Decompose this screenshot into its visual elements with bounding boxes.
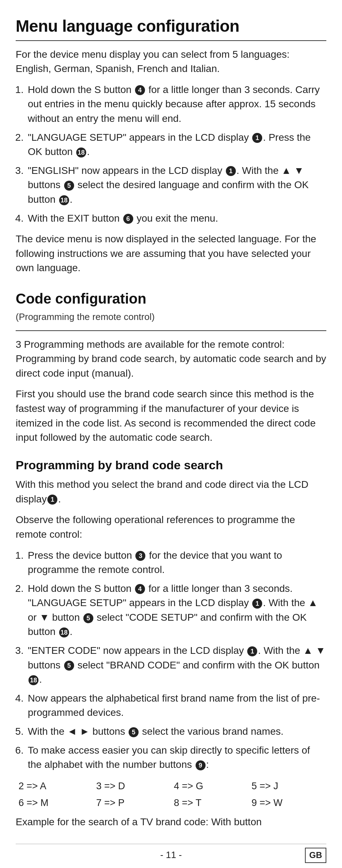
section2-detail: First you should use the brand code sear… [16, 387, 326, 445]
mapping-cell: 7 => P [93, 795, 171, 811]
circle-1c: 1 [47, 495, 57, 505]
circle-5c: 5 [64, 661, 74, 671]
section3-intro1: With this method you select the brand an… [16, 477, 326, 506]
list-item: To make access easier you can skip direc… [26, 743, 326, 772]
prog-steps-list: Press the device button 3 for the device… [26, 548, 326, 772]
section2-subtitle: (Programming the remote control) [16, 310, 326, 324]
circle-4b: 4 [135, 584, 145, 594]
list-item: "ENGLISH" now appears in the LCD display… [26, 164, 326, 207]
section2-intro: 3 Programming methods are available for … [16, 337, 326, 381]
circle-5b: 5 [83, 613, 93, 623]
section2-title: Code configuration [16, 288, 326, 309]
list-item: Hold down the S button 4 for a little lo… [26, 582, 326, 639]
prog-step2: Hold down the S button 4 for a little lo… [28, 583, 318, 637]
circle-4: 4 [135, 85, 145, 95]
list-item: "LANGUAGE SETUP" appears in the LCD disp… [26, 130, 326, 159]
mapping-cell: 6 => M [16, 795, 93, 811]
step1-text: Hold down the S button 4 for a little lo… [28, 84, 320, 124]
section2-divider [16, 330, 326, 331]
circle-5a: 5 [64, 181, 74, 191]
list-item: "ENTER CODE" now appears in the LCD disp… [26, 644, 326, 687]
menu-steps-list: Hold down the S button 4 for a little lo… [26, 83, 326, 226]
list-item: With the EXIT button 6 you exit the menu… [26, 211, 326, 226]
circle-9: 9 [196, 760, 206, 770]
prog-step3: "ENTER CODE" now appears in the LCD disp… [28, 645, 326, 685]
circle-18a: 18 [76, 148, 86, 157]
list-item: Press the device button 3 for the device… [26, 548, 326, 577]
mapping-cell: 2 => A [16, 779, 93, 794]
intro-text: For the device menu display you can sele… [16, 47, 326, 76]
prog-step5: With the ◄ ► buttons 5 select the variou… [28, 726, 284, 737]
example-text: Example for the search of a TV brand cod… [16, 815, 326, 830]
section3-intro2: Observe the following operational refere… [16, 513, 326, 542]
circle-1e: 1 [247, 646, 257, 656]
list-item: Now appears the alphabetical first brand… [26, 691, 326, 720]
footer-country-code: GB [305, 848, 326, 863]
circle-1a: 1 [252, 133, 262, 143]
mapping-cell: 9 => W [249, 795, 326, 811]
footer-page-number: - 11 - [160, 848, 182, 862]
mapping-cell: 3 => D [93, 779, 171, 794]
list-item: With the ◄ ► buttons 5 select the variou… [26, 724, 326, 739]
circle-18b: 18 [59, 195, 69, 205]
prog-step1: Press the device button 3 for the device… [28, 550, 282, 575]
circle-6: 6 [123, 214, 133, 224]
mapping-cell: 4 => G [171, 779, 249, 794]
circle-18c: 18 [59, 627, 69, 637]
list-item: Hold down the S button 4 for a little lo… [26, 83, 326, 126]
key-mapping-table: 2 => A 3 => D 4 => G 5 => J 6 => M 7 => … [16, 779, 326, 811]
mapping-cell: 8 => T [171, 795, 249, 811]
step3-text: "ENGLISH" now appears in the LCD display… [28, 165, 309, 205]
prog-step4: Now appears the alphabetical first brand… [28, 693, 320, 718]
circle-1d: 1 [252, 599, 262, 609]
step2-text: "LANGUAGE SETUP" appears in the LCD disp… [28, 132, 311, 157]
step4-text: With the EXIT button 6 you exit the menu… [28, 213, 218, 224]
mapping-cell: 5 => J [249, 779, 326, 794]
title-divider [16, 40, 326, 41]
note1-text: The device menu is now displayed in the … [16, 232, 326, 275]
section3-title: Programming by brand code search [16, 456, 326, 474]
circle-5d: 5 [129, 727, 139, 737]
circle-3: 3 [135, 551, 145, 561]
page-title: Menu language configuration [16, 14, 326, 38]
circle-1b: 1 [226, 166, 236, 176]
page-footer: - 11 - GB [16, 844, 326, 863]
circle-18d: 18 [28, 675, 38, 685]
prog-step6: To make access easier you can skip direc… [28, 745, 310, 770]
